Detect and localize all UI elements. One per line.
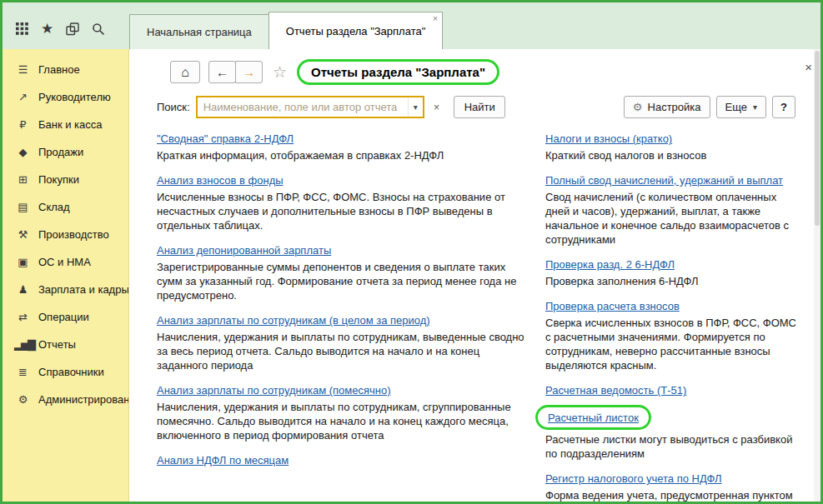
sidebar-item-sales[interactable]: ◆ Продажи xyxy=(3,138,128,166)
sidebar-item-label: Главное xyxy=(38,63,80,76)
settings-button-label: Настройка xyxy=(648,101,701,113)
sidebar-item-warehouse[interactable]: ▤ Склад xyxy=(3,193,128,221)
search-clear-icon[interactable]: × xyxy=(430,101,444,113)
report-item: "Сводная" справка 2-НДФЛ Краткая информа… xyxy=(157,131,525,162)
forward-arrow-icon: → xyxy=(243,65,255,79)
sidebar-item-reports[interactable]: ▂▅▇ Отчеты xyxy=(3,331,128,358)
report-desc: Расчетные листки могут выводиться с разб… xyxy=(545,432,799,461)
sidebar-item-main[interactable]: ☰ Главное xyxy=(3,56,128,83)
chart-up-icon: ↗ xyxy=(14,91,30,103)
forward-button[interactable]: → xyxy=(235,61,263,83)
report-desc: Зарегистрированные суммы депонентов и св… xyxy=(157,260,525,302)
ruble-coin-icon: ₽ xyxy=(14,118,30,131)
directories-book-icon: ≣ xyxy=(14,366,30,378)
global-search-icon[interactable] xyxy=(92,22,105,36)
report-link[interactable]: Расчетная ведомость (Т-51) xyxy=(545,384,686,397)
help-button[interactable]: ? xyxy=(772,96,795,118)
home-button[interactable]: ⌂ xyxy=(170,61,200,83)
report-item: Полный свод начислений, удержаний и выпл… xyxy=(545,172,799,247)
page-title: Отчеты раздела "Зарплата" xyxy=(297,59,499,85)
more-button-label: Еще xyxy=(725,101,747,113)
find-button[interactable]: Найти xyxy=(454,96,505,118)
report-link[interactable]: Расчетный листок xyxy=(548,412,639,424)
add-favorite-star-icon[interactable]: ☆ xyxy=(273,62,287,82)
report-item: Анализ зарплаты по сотрудникам (помесячн… xyxy=(157,382,525,442)
sidebar-item-fixed-assets[interactable]: ▣ ОС и НМА xyxy=(3,248,128,276)
report-desc: Исчисленные взносы в ПФР, ФСС, ФОМС. Взн… xyxy=(157,190,525,232)
sidebar-item-bank-cash[interactable]: ₽ Банк и касса xyxy=(3,111,128,138)
sidebar-item-label: Руководителю xyxy=(38,91,111,103)
tab-close-icon[interactable]: × xyxy=(433,14,438,23)
report-link[interactable]: Анализ зарплаты по сотрудникам (в целом … xyxy=(157,314,430,327)
settings-button[interactable]: ⚙ Настройка xyxy=(624,96,710,118)
report-column-left: "Сводная" справка 2-НДФЛ Краткая информа… xyxy=(157,131,525,502)
main-menu-icon: ☰ xyxy=(14,63,30,76)
report-link[interactable]: "Сводная" справка 2-НДФЛ xyxy=(157,132,294,145)
search-input[interactable] xyxy=(198,97,408,117)
sidebar-item-label: Администрирование xyxy=(38,393,129,406)
search-label: Поиск: xyxy=(157,101,190,113)
sidebar-item-label: Справочники xyxy=(38,366,104,378)
recent-windows-icon[interactable] xyxy=(66,22,79,36)
report-link[interactable]: Анализ НДФЛ по месяцам xyxy=(157,454,289,467)
topbar-icon-cluster: ★ xyxy=(3,22,129,49)
report-desc: Сверка исчисленных взносов в ПФР, ФСС, Ф… xyxy=(545,316,799,372)
report-item: Анализ взносов в фонды Исчисленные взнос… xyxy=(157,172,525,232)
reports-bars-icon: ▂▅▇ xyxy=(14,338,30,351)
app-window: ★ Начальная страница Отчеты раздела "Зар… xyxy=(0,0,823,504)
chevron-down-icon[interactable]: ▾ xyxy=(408,97,423,117)
sidebar-item-manager[interactable]: ↗ Руководителю xyxy=(3,83,128,111)
sidebar-item-administration[interactable]: ⚙ Администрирование xyxy=(3,386,128,413)
report-item: Расчетный листок Расчетные листки могут … xyxy=(545,407,799,461)
report-panel: × ⌂ ← → ☆ Отчеты раздела "Зарплата" xyxy=(129,49,820,502)
report-link[interactable]: Налоги и взносы (кратко) xyxy=(545,132,672,145)
report-link[interactable]: Регистр налогового учета по НДФЛ xyxy=(545,472,721,485)
report-item: Анализ зарплаты по сотрудникам (в целом … xyxy=(157,312,525,372)
sidebar-item-production[interactable]: ⚒ Производство xyxy=(3,221,128,248)
report-item: Проверка разд. 2 6-НДФЛ Проверка заполне… xyxy=(545,257,799,288)
tab-home-page[interactable]: Начальная страница xyxy=(129,14,269,49)
back-arrow-icon: ← xyxy=(216,65,228,79)
report-link[interactable]: Полный свод начислений, удержаний и выпл… xyxy=(545,174,783,187)
operations-icon: ⇄ xyxy=(14,311,30,323)
report-item: Проверка расчета взносов Сверка исчислен… xyxy=(545,298,799,372)
sidebar-item-directories[interactable]: ≣ Справочники xyxy=(3,358,128,386)
sidebar-item-purchases[interactable]: ⊞ Покупки xyxy=(3,166,128,193)
scrollbar-thumb[interactable] xyxy=(815,51,820,226)
chevron-down-icon: ▾ xyxy=(753,102,757,112)
report-desc: Краткий свод налогов и взносов xyxy=(545,148,799,162)
assets-icon: ▣ xyxy=(14,256,30,268)
report-link[interactable]: Проверка разд. 2 6-НДФЛ xyxy=(545,258,675,271)
gear-icon: ⚙ xyxy=(14,393,30,406)
sidebar-item-label: Банк и касса xyxy=(38,118,103,131)
panel-close-icon[interactable]: × xyxy=(805,61,812,73)
sidebar-item-operations[interactable]: ⇄ Операции xyxy=(3,303,128,331)
tab-label: Начальная страница xyxy=(147,26,252,38)
section-sidebar: ☰ Главное ↗ Руководителю ₽ Банк и касса … xyxy=(3,49,129,502)
report-link[interactable]: Анализ взносов в фонды xyxy=(157,174,284,187)
report-link[interactable]: Проверка расчета взносов xyxy=(545,300,680,312)
annotation-highlight: Расчетный листок xyxy=(535,405,651,430)
purchases-cart-icon: ⊞ xyxy=(14,173,30,186)
home-icon: ⌂ xyxy=(181,65,189,80)
report-column-right: Налоги и взносы (кратко) Краткий свод на… xyxy=(545,131,804,502)
vertical-scrollbar[interactable] xyxy=(814,49,820,502)
navigation-row: ⌂ ← → ☆ Отчеты раздела "Зарплата" xyxy=(157,59,804,85)
sidebar-item-label: Производство xyxy=(38,228,109,241)
person-icon: ♟ xyxy=(14,283,30,296)
report-link[interactable]: Анализ зарплаты по сотрудникам (помесячн… xyxy=(157,384,391,397)
back-button[interactable]: ← xyxy=(208,61,236,83)
more-button[interactable]: Еще ▾ xyxy=(716,96,766,118)
sidebar-item-label: Отчеты xyxy=(38,338,76,351)
sales-bag-icon: ◆ xyxy=(14,146,30,158)
apps-grid-icon[interactable] xyxy=(16,22,28,35)
favorites-star-icon[interactable]: ★ xyxy=(41,22,53,36)
report-link[interactable]: Анализ депонированной зарплаты xyxy=(157,244,331,257)
tab-strip: Начальная страница Отчеты раздела "Зарпл… xyxy=(129,2,442,49)
sidebar-item-salary-hr[interactable]: ♟ Зарплата и кадры xyxy=(3,276,128,303)
topbar: ★ Начальная страница Отчеты раздела "Зар… xyxy=(3,2,820,49)
report-desc: Начисления, удержания и выплаты по сотру… xyxy=(157,400,525,442)
sidebar-item-label: Склад xyxy=(38,201,70,213)
report-list: "Сводная" справка 2-НДФЛ Краткая информа… xyxy=(157,131,804,502)
tab-salary-reports[interactable]: Отчеты раздела "Зарплата" × xyxy=(268,12,444,49)
